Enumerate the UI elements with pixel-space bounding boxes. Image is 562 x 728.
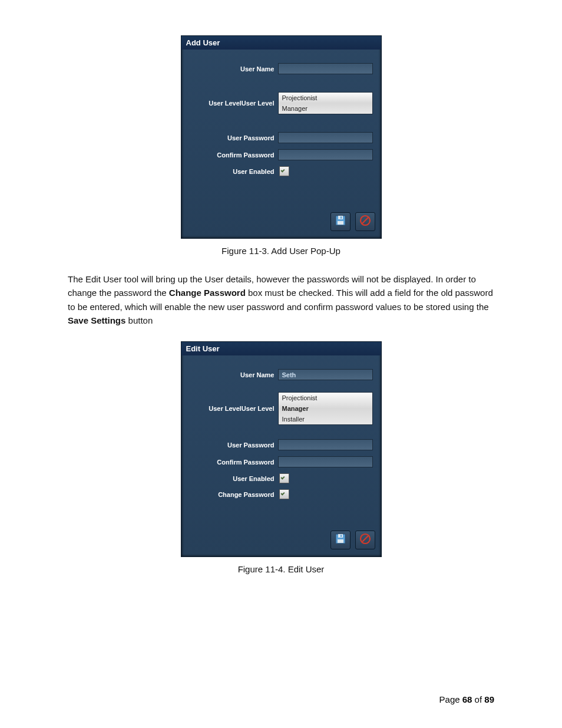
label-user-enabled: User Enabled [181,168,278,175]
cancel-button[interactable] [355,212,375,231]
svg-line-11 [362,536,368,542]
dialog-title: Edit User [181,342,381,355]
label-user-enabled: User Enabled [181,475,278,482]
label-user-level: User LevelUser Level [181,100,278,107]
user-enabled-checkbox[interactable] [279,166,289,176]
label-change-password: Change Password [181,491,278,498]
list-item[interactable]: Installer [279,414,372,424]
page-footer: Page 68 of 89 [439,694,494,704]
user-level-listbox[interactable]: Projectionist Manager [278,92,373,114]
cancel-button[interactable] [355,531,375,549]
svg-rect-3 [340,216,342,219]
dialog-title: Add User [181,36,381,50]
save-button[interactable] [330,531,351,549]
label-user-level: User LevelUser Level [181,405,278,412]
confirm-password-field[interactable] [278,456,373,467]
list-item[interactable]: Projectionist [279,93,372,103]
svg-rect-1 [338,221,343,225]
list-item[interactable]: Projectionist [279,393,372,403]
svg-line-5 [362,218,368,223]
floppy-disk-icon [335,215,346,229]
confirm-password-field[interactable] [278,149,373,160]
label-user-name: User Name [181,371,278,378]
edit-user-dialog: Edit User User Name User LevelUser Level… [181,341,382,557]
label-user-name: User Name [181,65,278,73]
label-user-password: User Password [181,134,278,141]
add-user-dialog: Add User User Name User LevelUser Level … [181,35,382,239]
figure-caption: Figure 11-3. Add User Pop-Up [68,246,494,256]
save-button[interactable] [330,212,351,231]
user-password-field[interactable] [278,132,373,143]
svg-rect-9 [340,535,342,537]
label-user-password: User Password [181,442,278,449]
list-item[interactable]: Manager [279,403,372,414]
figure-caption: Figure 11-4. Edit User [68,564,494,574]
floppy-disk-icon [335,533,346,547]
cancel-icon [359,533,371,547]
user-name-field[interactable] [278,63,373,74]
user-level-listbox[interactable]: Projectionist Manager Installer [278,392,373,425]
svg-rect-7 [338,539,343,543]
label-confirm-password: Confirm Password [181,151,278,159]
list-item[interactable]: Manager [279,103,372,114]
label-confirm-password: Confirm Password [181,459,278,466]
user-password-field[interactable] [278,439,373,450]
body-paragraph: The Edit User tool will bring up the Use… [68,272,494,327]
cancel-icon [359,215,371,229]
change-password-checkbox[interactable] [279,489,289,499]
user-name-field[interactable] [278,369,373,380]
user-enabled-checkbox[interactable] [279,473,289,483]
